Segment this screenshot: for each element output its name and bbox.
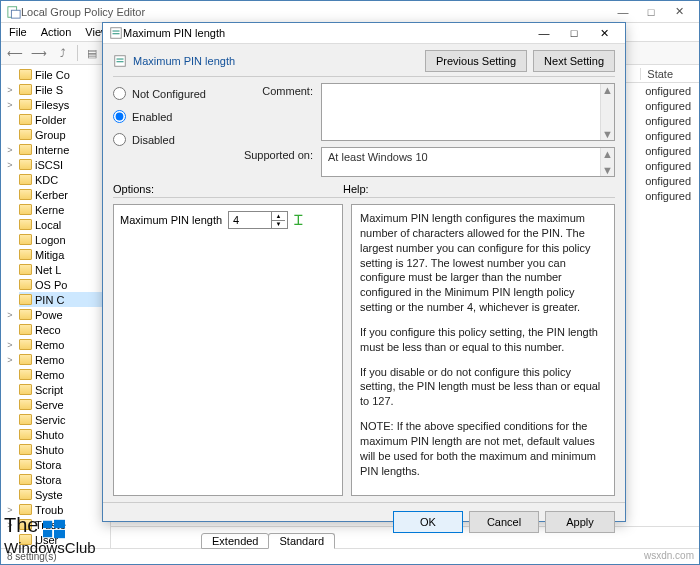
folder-icon	[19, 429, 32, 440]
back-button[interactable]: ⟵	[5, 44, 25, 62]
help-label: Help:	[343, 183, 369, 195]
dialog-titlebar[interactable]: Maximum PIN length — □ ✕	[103, 23, 625, 44]
folder-icon	[19, 399, 32, 410]
tree-item[interactable]: >Powe	[19, 307, 110, 322]
folder-icon	[19, 144, 32, 155]
spin-down-icon[interactable]: ▼	[272, 221, 285, 229]
folder-icon	[19, 234, 32, 245]
folder-icon	[19, 444, 32, 455]
policy-caption: Maximum PIN length	[113, 54, 419, 68]
tree-item[interactable]: File Co	[19, 67, 110, 82]
tree-pane[interactable]: File Co>File S>FilesysFolderGroup>Intern…	[1, 65, 111, 548]
pin-length-spinner[interactable]: ▲ ▼	[228, 211, 288, 229]
folder-icon	[19, 129, 32, 140]
spin-up-icon[interactable]: ▲	[272, 212, 285, 221]
folder-icon	[19, 84, 32, 95]
tree-item[interactable]: Kerne	[19, 202, 110, 217]
supported-label: Supported on:	[241, 147, 313, 177]
radio-enabled[interactable]: Enabled	[113, 110, 233, 123]
tree-item[interactable]: Shuto	[19, 442, 110, 457]
comment-textarea[interactable]: ▲▼	[321, 83, 615, 141]
svg-rect-3	[113, 30, 120, 31]
tree-item[interactable]: KDC	[19, 172, 110, 187]
text-cursor-icon: Ꮖ	[294, 212, 303, 229]
tree-item[interactable]: OS Po	[19, 277, 110, 292]
radio-not-configured[interactable]: Not Configured	[113, 87, 233, 100]
state-column[interactable]: State	[640, 68, 693, 80]
tree-item[interactable]: >File S	[19, 82, 110, 97]
tree-item[interactable]: Local	[19, 217, 110, 232]
folder-icon	[19, 339, 32, 350]
menu-file[interactable]: File	[9, 26, 27, 38]
folder-icon	[19, 294, 32, 305]
tree-item[interactable]: Syste	[19, 487, 110, 502]
tree-item[interactable]: Folder	[19, 112, 110, 127]
svg-rect-1	[11, 10, 20, 18]
tree-item[interactable]: Kerber	[19, 187, 110, 202]
tree-item[interactable]: Stora	[19, 472, 110, 487]
tree-item[interactable]: Serve	[19, 397, 110, 412]
pin-length-input[interactable]	[229, 212, 271, 228]
options-pane: Maximum PIN length ▲ ▼ Ꮖ	[113, 204, 343, 496]
options-label: Options:	[113, 183, 343, 195]
cancel-button[interactable]: Cancel	[469, 511, 539, 533]
folder-icon	[19, 99, 32, 110]
folder-icon	[19, 174, 32, 185]
tree-item[interactable]: PIN C	[19, 292, 110, 307]
folder-icon	[19, 309, 32, 320]
dialog-minimize-button[interactable]: —	[529, 23, 559, 43]
tree-item[interactable]: >Remo	[19, 352, 110, 367]
tree-item[interactable]: Reco	[19, 322, 110, 337]
tree-item[interactable]: Remo	[19, 367, 110, 382]
previous-setting-button[interactable]: Previous Setting	[425, 50, 527, 72]
statusbar: 8 setting(s)	[1, 548, 699, 564]
dialog-title: Maximum PIN length	[123, 27, 529, 39]
tree-item[interactable]: Script	[19, 382, 110, 397]
forward-button[interactable]: ⟶	[29, 44, 49, 62]
watermark-brand: The WindowsClub	[4, 515, 96, 555]
gpedit-icon	[7, 5, 21, 19]
tree-item[interactable]: >iSCSI	[19, 157, 110, 172]
svg-rect-10	[43, 530, 52, 537]
folder-icon	[19, 459, 32, 470]
folder-icon	[19, 414, 32, 425]
tree-item[interactable]: >Interne	[19, 142, 110, 157]
folder-icon	[19, 384, 32, 395]
scrollbar-icon[interactable]: ▲▼	[600, 84, 614, 140]
option-field-label: Maximum PIN length	[120, 214, 222, 226]
supported-on-text: At least Windows 10▲▼	[321, 147, 615, 177]
folder-icon	[19, 204, 32, 215]
tree-item[interactable]: Net L	[19, 262, 110, 277]
up-button[interactable]: ⤴	[53, 44, 73, 62]
comment-label: Comment:	[241, 83, 313, 141]
next-setting-button[interactable]: Next Setting	[533, 50, 615, 72]
folder-icon	[19, 264, 32, 275]
policy-caption-icon	[113, 54, 127, 68]
tree-item[interactable]: Group	[19, 127, 110, 142]
tree-item[interactable]: Stora	[19, 457, 110, 472]
scrollbar-icon[interactable]: ▲▼	[600, 148, 614, 176]
close-button[interactable]: ✕	[665, 3, 693, 21]
radio-disabled[interactable]: Disabled	[113, 133, 233, 146]
folder-icon	[19, 324, 32, 335]
svg-rect-8	[43, 521, 52, 528]
ok-button[interactable]: OK	[393, 511, 463, 533]
dialog-close-button[interactable]: ✕	[589, 23, 619, 43]
dialog-maximize-button[interactable]: □	[559, 23, 589, 43]
svg-rect-9	[54, 520, 65, 528]
tree-item[interactable]: Logon	[19, 232, 110, 247]
apply-button[interactable]: Apply	[545, 511, 615, 533]
tree-item[interactable]: Mitiga	[19, 247, 110, 262]
menu-action[interactable]: Action	[41, 26, 72, 38]
tree-item[interactable]: Shuto	[19, 427, 110, 442]
tree-item[interactable]: >Remo	[19, 337, 110, 352]
main-titlebar[interactable]: Local Group Policy Editor — □ ✕	[1, 1, 699, 23]
show-hide-tree-button[interactable]: ▤	[82, 44, 102, 62]
tree-item[interactable]: Servic	[19, 412, 110, 427]
folder-icon	[19, 489, 32, 500]
minimize-button[interactable]: —	[609, 3, 637, 21]
maximize-button[interactable]: □	[637, 3, 665, 21]
windows-flag-icon	[43, 518, 65, 540]
tree-item[interactable]: >Filesys	[19, 97, 110, 112]
folder-icon	[19, 159, 32, 170]
